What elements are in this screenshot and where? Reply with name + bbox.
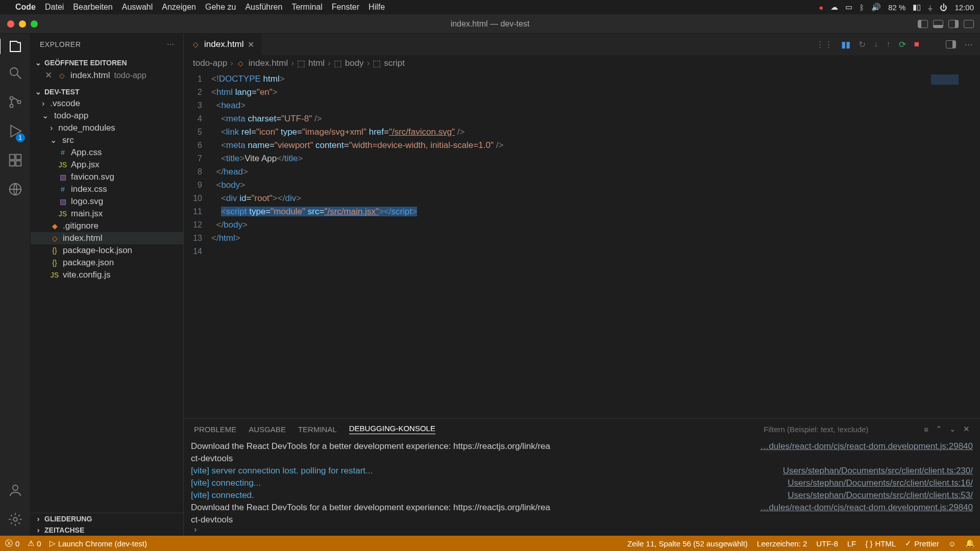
debug-gripper-icon[interactable]: ⋮⋮ [816,39,833,50]
menu-terminal[interactable]: Terminal [291,3,322,12]
timeline-header[interactable]: ›ZEITACHSE [31,524,183,536]
debug-step-out-icon[interactable]: ↑ [886,39,891,49]
menu-hilfe[interactable]: Hilfe [369,3,385,12]
activity-scm[interactable] [8,94,23,112]
panel-tab-ausgabe[interactable]: AUSGABE [249,425,286,434]
svg-point-2 [10,104,13,107]
panel-close-icon[interactable]: ✕ [963,424,970,434]
app-name[interactable]: Code [15,3,36,12]
activity-account[interactable] [8,483,23,500]
menu-anzeigen[interactable]: Anzeigen [162,3,196,12]
volume-icon[interactable]: 🔊 [871,3,881,12]
breadcrumb-item[interactable]: index.html [249,58,288,68]
file-item[interactable]: ▧logo.svg [31,195,183,208]
status-eol[interactable]: LF [847,539,856,548]
activity-remote[interactable] [8,182,23,199]
workspace-header[interactable]: ⌄ DEV-TEST [31,86,183,97]
layout-panel-icon[interactable] [933,20,943,28]
breadcrumb-item[interactable]: todo-app [193,58,227,68]
status-feedback-icon[interactable]: ☺ [948,539,956,548]
panel-tab-terminal[interactable]: TERMINAL [298,425,337,434]
file-item[interactable]: #App.css [31,146,183,159]
outline-header[interactable]: ›GLIEDERUNG [31,513,183,524]
menu-auswahl[interactable]: Auswahl [122,3,153,12]
file-item[interactable]: {}package.json [31,257,183,269]
folder-item[interactable]: src [31,134,183,146]
panel-collapse-icon[interactable]: ⌃ [936,424,942,434]
activity-settings[interactable] [8,512,23,530]
control-center-icon[interactable]: ⏻ [940,3,947,12]
status-errors[interactable]: ⓧ 0 [5,539,19,548]
menu-bearbeiten[interactable]: Bearbeiten [73,3,112,12]
folder-item[interactable]: .vscode [31,97,183,110]
layout-customize-icon[interactable] [964,20,974,28]
status-indentation[interactable]: Leerzeichen: 2 [757,539,807,548]
layout-sidebar-left-icon[interactable] [918,20,928,28]
editor-more-icon[interactable]: ⋯ [964,39,973,50]
panel-tab-probleme[interactable]: PROBLEME [194,425,236,434]
close-editor-icon[interactable]: ✕ [45,70,53,81]
file-item[interactable]: JSvite.config.js [31,269,183,281]
activity-explorer[interactable] [0,39,30,54]
activity-search[interactable] [8,65,23,83]
debug-stop-icon[interactable]: ■ [914,39,919,49]
debug-step-into-icon[interactable]: ↓ [874,39,878,49]
panel-filter-input[interactable] [764,425,917,434]
minimap[interactable] [924,71,980,418]
tab-close-icon[interactable]: ✕ [248,40,254,49]
battery-icon[interactable]: ▮▯ [913,3,921,12]
rec-icon[interactable]: ● [819,3,823,12]
file-item[interactable]: ▧favicon.svg [31,171,183,183]
window-close-button[interactable] [7,20,14,28]
breadcrumb-item[interactable]: html [308,58,325,68]
open-editors-header[interactable]: ⌄ GEÖFFNETE EDITOREN [31,57,183,68]
file-item[interactable]: ◆.gitignore [31,220,183,232]
cloud-icon[interactable]: ☁ [830,3,838,12]
status-language[interactable]: { } HTML [865,539,896,548]
debug-restart-icon[interactable]: ⟳ [899,39,906,50]
debug-step-over-icon[interactable]: ↻ [859,39,866,50]
file-item[interactable]: JSmain.jsx [31,208,183,220]
file-item[interactable]: ◇index.html [31,232,183,244]
status-encoding[interactable]: UTF-8 [816,539,838,548]
line-gutter[interactable]: 1234567891011121314 [184,71,211,418]
editor-tab[interactable]: ◇ index.html ✕ [184,34,262,55]
file-item[interactable]: JSApp.jsx [31,159,183,171]
breadcrumb-item[interactable]: body [345,58,364,68]
menu-ausfuehren[interactable]: Ausführen [245,3,282,12]
file-item[interactable]: #index.css [31,183,183,195]
status-cursor-position[interactable]: Zeile 11, Spalte 56 (52 ausgewählt) [627,539,748,548]
status-prettier[interactable]: ✓ Prettier [905,539,939,548]
prompt-icon: › [194,524,197,535]
panel-maximize-icon[interactable]: ⌄ [949,424,956,434]
status-launch-config[interactable]: ▷ Launch Chrome (dev-test) [50,539,147,548]
window-zoom-button[interactable] [31,20,38,28]
open-editor-item[interactable]: ✕ ◇ index.html todo-app [31,68,183,82]
explorer-more-icon[interactable]: ⋯ [167,40,175,48]
folder-item[interactable]: todo-app [31,110,183,122]
debug-console-output[interactable]: Download the React DevTools for a better… [184,439,980,523]
activity-extensions[interactable] [8,153,23,170]
activity-debug[interactable]: 1 [8,123,23,141]
menu-gehezu[interactable]: Gehe zu [205,3,236,12]
menu-datei[interactable]: Datei [45,3,64,12]
status-bell-icon[interactable]: 🔔 [965,539,975,548]
clock[interactable]: 12:00 [954,3,974,12]
file-item[interactable]: {}package-lock.json [31,244,183,257]
folder-item[interactable]: node_modules [31,122,183,134]
split-editor-icon[interactable] [946,40,956,48]
screen-icon[interactable]: ▭ [845,3,852,12]
breadcrumb-item[interactable]: script [384,58,405,68]
menu-fenster[interactable]: Fenster [332,3,359,12]
bluetooth-icon[interactable]: ᛒ [860,3,864,12]
breadcrumb[interactable]: todo-app› ◇ index.html› ⬚html› ⬚body› ⬚s… [184,55,980,71]
window-minimize-button[interactable] [19,20,26,28]
debug-pause-icon[interactable]: ▮▮ [841,39,850,50]
status-warnings[interactable]: ⚠ 0 [28,539,41,548]
code-editor[interactable]: <!DOCTYPE html><html lang="en"> <head> <… [211,71,924,418]
wifi-icon[interactable]: ⏚ [928,3,933,12]
panel-filter-icon[interactable]: ≡ [924,425,928,434]
debug-console-prompt[interactable]: › [184,523,980,536]
panel-tab-debug-console[interactable]: DEBUGGING-KONSOLE [349,424,435,434]
layout-sidebar-right-icon[interactable] [948,20,959,28]
